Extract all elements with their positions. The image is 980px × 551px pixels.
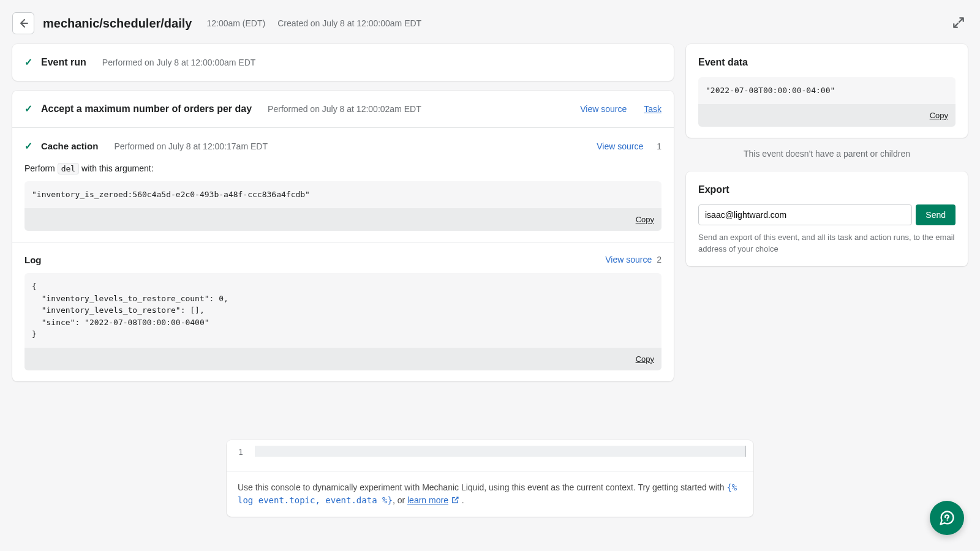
back-button[interactable] bbox=[12, 12, 34, 34]
export-help: Send an export of this event, and all it… bbox=[698, 231, 956, 255]
event-run-performed: Performed on July 8 at 12:00:00am EDT bbox=[102, 56, 256, 69]
page-title: mechanic/scheduler/daily bbox=[43, 14, 192, 32]
console-footer: Use this console to dynamically experime… bbox=[227, 471, 753, 517]
task-title: Accept a maximum number of orders per da… bbox=[41, 102, 252, 116]
console-footer-period: . bbox=[459, 495, 464, 505]
perform-description: Perform del with this argument: bbox=[24, 162, 662, 175]
event-data-content: "2022-07-08T00:00:00-04:00" bbox=[698, 77, 956, 104]
expand-button[interactable] bbox=[949, 13, 968, 34]
perform-prefix: Perform bbox=[24, 163, 55, 173]
arrow-left-icon bbox=[17, 17, 29, 29]
copy-button[interactable]: Copy bbox=[930, 111, 948, 120]
console-card: 1 Use this console to dynamically experi… bbox=[227, 440, 753, 517]
log-content: { "inventory_levels_to_restore_count": 0… bbox=[24, 273, 662, 348]
console-footer-prefix: Use this console to dynamically experime… bbox=[238, 482, 726, 492]
event-run-title: Event run bbox=[41, 55, 86, 70]
cache-argument: "inventory_is_zeroed:560c4a5d-e2c0-493b-… bbox=[24, 181, 662, 208]
cache-action-performed: Performed on July 8 at 12:00:17am EDT bbox=[114, 140, 268, 153]
cache-action-title: Cache action bbox=[41, 140, 98, 154]
copy-button[interactable]: Copy bbox=[636, 354, 654, 364]
log-title: Log bbox=[24, 253, 42, 268]
chat-icon bbox=[938, 509, 956, 527]
chat-fab[interactable] bbox=[930, 501, 964, 535]
event-run-card: ✓ Event run Performed on July 8 at 12:00… bbox=[12, 44, 674, 81]
editor-active-line[interactable] bbox=[255, 446, 746, 457]
page-header: mechanic/scheduler/daily 12:00am (EDT) C… bbox=[0, 0, 980, 44]
send-button[interactable]: Send bbox=[916, 204, 956, 225]
perform-suffix: with this argument: bbox=[81, 163, 154, 173]
console-footer-or: , or bbox=[393, 495, 407, 505]
perform-code: del bbox=[58, 163, 79, 174]
log-index: 2 bbox=[657, 253, 662, 266]
log-view-source-link[interactable]: View source bbox=[605, 253, 652, 266]
cache-index: 1 bbox=[657, 140, 662, 153]
check-icon: ✓ bbox=[24, 139, 32, 154]
header-time: 12:00am (EDT) bbox=[206, 17, 265, 30]
lineage-note: This event doesn't have a parent or chil… bbox=[686, 148, 968, 160]
learn-more-link[interactable]: learn more bbox=[407, 495, 459, 505]
task-view-source-link[interactable]: View source bbox=[580, 103, 627, 116]
external-link-icon bbox=[451, 496, 459, 504]
console-editor[interactable]: 1 bbox=[227, 440, 753, 471]
line-number: 1 bbox=[227, 440, 255, 471]
event-data-heading: Event data bbox=[698, 55, 956, 70]
task-performed: Performed on July 8 at 12:00:02am EDT bbox=[268, 103, 421, 116]
header-created: Created on July 8 at 12:00:00am EDT bbox=[277, 17, 421, 30]
check-icon: ✓ bbox=[24, 102, 32, 116]
export-heading: Export bbox=[698, 182, 956, 197]
check-icon: ✓ bbox=[24, 55, 32, 70]
export-card: Export Send Send an export of this event… bbox=[686, 171, 968, 266]
expand-icon bbox=[952, 16, 965, 29]
log-section: Log View source 2 { "inventory_levels_to… bbox=[12, 242, 674, 381]
copy-button[interactable]: Copy bbox=[636, 215, 654, 224]
event-data-block: "2022-07-08T00:00:00-04:00" Copy bbox=[698, 77, 956, 127]
task-link[interactable]: Task bbox=[644, 103, 662, 116]
task-card: ✓ Accept a maximum number of orders per … bbox=[12, 91, 674, 381]
log-block: { "inventory_levels_to_restore_count": 0… bbox=[24, 273, 662, 370]
cache-action-section: ✓ Cache action Performed on July 8 at 12… bbox=[12, 127, 674, 242]
export-email-input[interactable] bbox=[698, 204, 912, 225]
learn-more-label: learn more bbox=[407, 495, 448, 505]
event-data-card: Event data "2022-07-08T00:00:00-04:00" C… bbox=[686, 44, 968, 138]
cache-view-source-link[interactable]: View source bbox=[597, 140, 643, 153]
cache-argument-block: "inventory_is_zeroed:560c4a5d-e2c0-493b-… bbox=[24, 181, 662, 231]
